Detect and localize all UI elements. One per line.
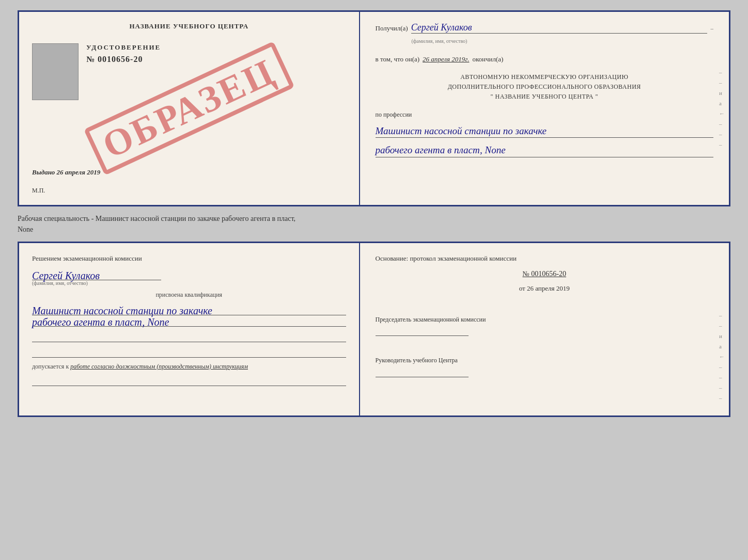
chairman-label: Председатель экзаменационной комиссии [376, 315, 713, 324]
head-label: Руководитель учебного Центра [376, 356, 713, 365]
cert-number: № 0010656-20 [86, 55, 161, 64]
chairman-sig-line [376, 326, 469, 336]
cert-id-section: УДОСТОВЕРЕНИЕ № 0010656-20 [32, 43, 346, 100]
basis-label: Основание: протокол экзаменационной коми… [376, 253, 713, 264]
profession-line2: рабочего агента в пласт, None [376, 144, 713, 157]
inside-spread: Решением экзаменационной комиссии Сергей… [18, 242, 730, 417]
middle-text: Рабочая специальность - Машинист насосно… [18, 211, 730, 237]
cert-label: УДОСТОВЕРЕНИЕ [86, 43, 161, 52]
received-name: Сергей Кулаков [411, 22, 708, 34]
mp-label: М.П. [32, 187, 346, 195]
finished-label: окончил(а) [472, 55, 503, 63]
issued-date: 26 апреля 2019 [57, 168, 101, 176]
cert-photo [32, 43, 79, 100]
date-value: 26 апреля 2019г. [423, 55, 469, 63]
допускается-value: работе согласно должностным (производств… [70, 363, 248, 370]
допускается-row: допускается к работе согласно должностны… [32, 363, 346, 371]
qual-line2: рабочего агента в пласт, None [32, 316, 169, 328]
qualification-block: Машинист насосной станции по закачке раб… [32, 304, 346, 327]
underline1 [32, 332, 346, 342]
date-prefix: в том, что он(а) [376, 55, 420, 63]
org-text: АВТОНОМНУЮ НЕКОММЕРЧЕСКУЮ ОРГАНИЗАЦИЮ ДО… [376, 72, 713, 102]
protocol-date: от 26 апреля 2019 [376, 284, 713, 293]
assigned-label: присвоена квалификация [32, 291, 346, 299]
cert-left: НАЗВАНИЕ УЧЕБНОГО ЦЕНТРА УДОСТОВЕРЕНИЕ №… [19, 12, 360, 205]
chairman-row: Председатель экзаменационной комиссии [376, 315, 713, 337]
underline3 [32, 376, 346, 386]
issued-label: Выдано [32, 168, 55, 176]
date-row: в том, что он(а) 26 апреля 2019г. окончи… [376, 55, 713, 63]
name-sublabel-top: (фамилия, имя, отчество) [412, 38, 467, 44]
qual-line1: Машинист насосной станции по закачке [32, 305, 212, 316]
profession-label: по профессии [376, 111, 713, 119]
underline2 [32, 347, 346, 358]
inside-left: Решением экзаменационной комиссии Сергей… [19, 243, 360, 415]
document-wrapper: НАЗВАНИЕ УЧЕБНОГО ЦЕНТРА УДОСТОВЕРЕНИЕ №… [18, 10, 730, 417]
inside-right: Основание: протокол экзаменационной коми… [360, 243, 729, 415]
head-row: Руководитель учебного Центра [376, 356, 713, 377]
cert-issued-row: Выдано 26 апреля 2019 [32, 168, 346, 179]
cert-right: Получил(а) Сергей Кулаков – (фамилия, им… [360, 12, 729, 205]
head-sig-line [376, 367, 469, 377]
inside-person-name: Сергей Кулаков (фамилия, имя, отчество) [32, 269, 346, 286]
received-row: Получил(а) Сергей Кулаков – [376, 22, 713, 34]
protocol-number: № 0010656-20 [376, 270, 713, 278]
profession-line1: Машинист насосной станции по закачке [376, 125, 713, 138]
side-marks-inside-right: – – и а ← – – – – [719, 312, 725, 401]
received-label: Получил(а) [376, 24, 408, 33]
cert-school-title: НАЗВАНИЕ УЧЕБНОГО ЦЕНТРА [32, 22, 346, 30]
decision-label: Решением экзаменационной комиссии [32, 253, 346, 264]
cert-id-text: УДОСТОВЕРЕНИЕ № 0010656-20 [86, 43, 161, 64]
side-marks-right: – – и а ← – – – [719, 69, 725, 148]
cert-spread: НАЗВАНИЕ УЧЕБНОГО ЦЕНТРА УДОСТОВЕРЕНИЕ №… [18, 10, 730, 206]
